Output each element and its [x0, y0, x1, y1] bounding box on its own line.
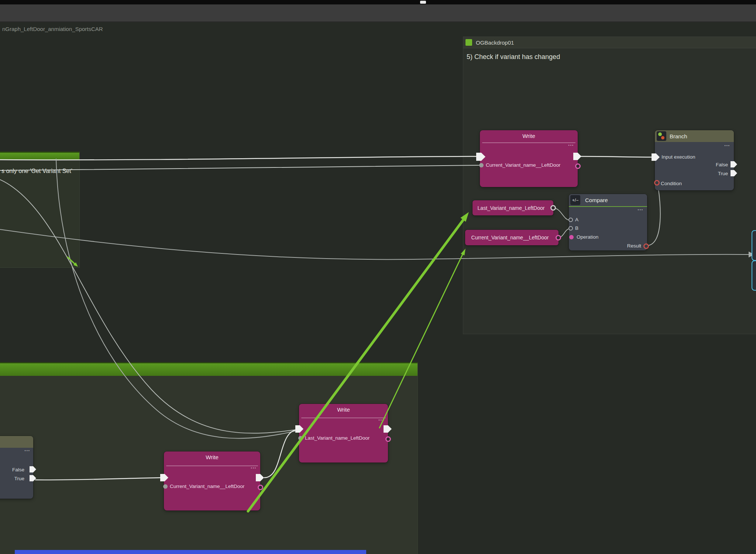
value-out-port[interactable] [258, 485, 263, 490]
selected-node-partial-bottom[interactable] [752, 260, 756, 291]
variable-pill-last[interactable]: Last_Variant_name_LeftDoor [472, 200, 553, 215]
backdrop-color-swatch[interactable] [465, 39, 472, 46]
node-menu-dots[interactable]: ••• [251, 467, 257, 470]
pill-label: Last_Variant_name_LeftDoor [472, 200, 550, 215]
backdrop-subtitle: 5) Check if variant has changed [467, 53, 560, 61]
variable-pill-current[interactable]: Current_Variant_name__LeftDoor [465, 230, 559, 245]
result-out-port[interactable] [643, 243, 649, 249]
a-port-label: A [575, 217, 578, 222]
backdrop-header-band[interactable] [0, 362, 417, 376]
backdrop-title: OGBackdrop01 [476, 39, 514, 46]
backdrop-header[interactable]: OGBackdrop01 [463, 37, 756, 48]
pill-label: Current_Variant_name__LeftDoor [465, 230, 555, 245]
selection-blue-bar [15, 550, 366, 554]
node-title: Write [164, 454, 260, 460]
node-title-separator [301, 418, 386, 418]
value-out-port[interactable] [575, 163, 581, 169]
exec-in-port[interactable] [476, 153, 485, 161]
editor-toolbar [0, 4, 756, 22]
write-node-mid[interactable]: Write ••• Last_Variant_name_LeftDoor [299, 404, 388, 463]
value-in-port[interactable] [479, 163, 484, 167]
condition-port-label: Condition [661, 181, 682, 186]
true-port-label: True [14, 476, 24, 481]
operation-port-label: Operation [577, 234, 598, 240]
node-title: Write [480, 133, 578, 139]
value-out-port[interactable] [550, 205, 556, 211]
true-port-label: True [718, 171, 728, 176]
backdrop-note: s only one 'Get Variant Set' [1, 168, 72, 174]
node-title: Branch [670, 133, 687, 139]
value-out-port[interactable] [556, 235, 561, 240]
exec-in-port[interactable] [652, 153, 660, 161]
false-port-label: False [12, 467, 24, 472]
input-port-label: Last_Variant_name_LeftDoor [305, 435, 370, 441]
backdrop-header-band[interactable] [0, 152, 79, 160]
window-top-bar [0, 0, 756, 4]
backdrop-get-variant[interactable]: s only one 'Get Variant Set' [0, 152, 80, 268]
branch-icon-red-dot [661, 136, 664, 139]
input-port-label: Current_Variant_name__LeftDoor [170, 484, 244, 489]
exec-in-port[interactable] [160, 474, 168, 481]
value-in-port[interactable] [163, 484, 168, 489]
node-menu-dots[interactable]: ••• [725, 144, 730, 148]
node-menu-dots[interactable]: ••• [25, 449, 30, 453]
value-out-port[interactable] [385, 436, 391, 442]
condition-in-port[interactable] [654, 180, 660, 186]
node-menu-dots[interactable]: ••• [379, 419, 384, 422]
write-node-bottom[interactable]: Write ••• Current_Variant_name__LeftDoor [164, 451, 260, 510]
operation-in-port[interactable] [569, 235, 574, 239]
write-node-top[interactable]: Write ••• Current_Variant_name__LeftDoor [480, 130, 578, 187]
result-port-label: Result [627, 243, 641, 249]
compare-icon: +/− [570, 195, 580, 205]
branch-icon [657, 131, 666, 141]
branch-icon-green-dot [658, 132, 662, 136]
window-control-chip[interactable] [420, 1, 426, 4]
a-in-port[interactable] [568, 218, 573, 222]
exec-in-port[interactable] [295, 425, 303, 433]
node-header[interactable] [0, 436, 33, 448]
branch-node-partial[interactable]: ••• False True [0, 436, 33, 499]
false-port-label: False [716, 162, 728, 167]
selected-node-partial-top[interactable] [752, 230, 756, 261]
node-header[interactable] [655, 130, 734, 142]
node-graph-editor: nGraph_LeftDoor_anmiation_SportsCAR s on… [0, 0, 756, 554]
graph-path-label: nGraph_LeftDoor_anmiation_SportsCAR [2, 26, 103, 32]
node-menu-dots[interactable]: ••• [638, 208, 643, 212]
node-menu-dots[interactable]: ••• [568, 144, 574, 147]
value-in-port[interactable] [298, 436, 303, 440]
b-in-port[interactable] [568, 226, 573, 231]
b-port-label: B [575, 225, 578, 231]
node-title: Compare [585, 197, 608, 203]
node-title-separator [166, 465, 258, 466]
node-title: Write [299, 406, 388, 413]
node-title-separator [482, 142, 575, 143]
input-port-label: Current_Variant_name__LeftDoor [486, 162, 560, 168]
compare-node[interactable]: +/− Compare ••• A B Operation Result [569, 194, 647, 250]
input-exec-label: Input execution [662, 154, 695, 160]
compare-icon-glyph: +/− [572, 198, 578, 203]
node-header[interactable] [569, 194, 647, 207]
branch-node[interactable]: Branch ••• Input execution False True Co… [655, 130, 734, 190]
